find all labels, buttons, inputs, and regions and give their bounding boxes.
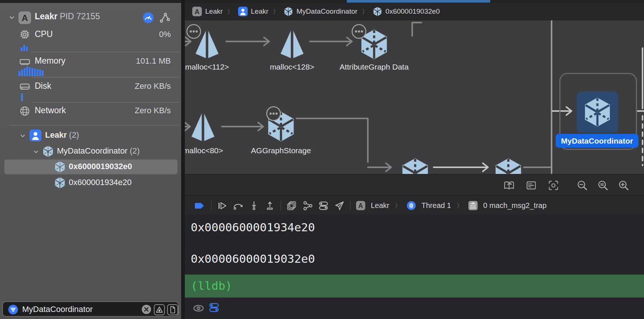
cube-icon (284, 7, 293, 16)
continue-button[interactable] (217, 201, 227, 211)
cube-icon (54, 177, 66, 189)
tree-label: 0x6000019032e0 (69, 162, 132, 171)
thread-icon (407, 201, 416, 210)
cpu-icon (19, 29, 30, 40)
step-out-button[interactable] (265, 201, 275, 211)
ellipsis-badge-icon[interactable] (351, 24, 367, 39)
breadcrumb-separator: 〉 (395, 201, 401, 210)
node-label: AGGraphStorage (237, 146, 325, 155)
debug-thread[interactable]: Thread 1 (421, 201, 451, 210)
xcode-window: Leakr PID 72155 CPU 0% Memory 101.1 MB (0, 0, 644, 319)
frame-icon (468, 201, 478, 210)
leaks-filter-button[interactable] (154, 304, 165, 315)
debug-bar: Leakr 〉 Thread 1 〉 0 mach_msg2_trap (185, 195, 644, 215)
quick-look-eye-icon[interactable] (193, 303, 204, 314)
top-scroll-indicator[interactable] (347, 0, 490, 3)
log-view-icon[interactable] (526, 180, 537, 191)
cpu-history-bars (21, 42, 28, 51)
window-top-edge (0, 0, 644, 3)
breadcrumb-separator: 〉 (273, 7, 279, 16)
divider (281, 201, 281, 211)
divider (31, 52, 180, 52)
breakpoints-toggle-button[interactable] (193, 201, 206, 211)
debug-console[interactable]: 0x0000600001934e20 0x00006000019032e0 (l… (185, 215, 644, 319)
gauge-value: 0% (159, 30, 171, 39)
jump-bar: Leakr 〉 Leakr 〉 MyDataCoordinator 〉 0x60… (185, 3, 644, 20)
cube-icon (373, 7, 382, 16)
chevron-down-icon[interactable] (33, 149, 40, 154)
console-output-line: 0x0000600001934e20 (191, 221, 315, 234)
debug-frame[interactable]: 0 mach_msg2_trap (483, 201, 546, 210)
zoom-actual-size-icon[interactable] (597, 180, 609, 191)
chevron-down-icon[interactable] (19, 133, 26, 138)
simulate-location-button[interactable] (334, 201, 345, 211)
gauge-row-network[interactable]: Network Zero KB/s (0, 104, 181, 118)
tree-row-instance-selected[interactable]: 0x6000019032e0 (0, 160, 181, 174)
graph-node-mydatacoordinator[interactable] (577, 91, 618, 132)
pane-divider[interactable] (181, 0, 185, 319)
file-filter-button[interactable] (167, 304, 178, 315)
person-icon (30, 130, 41, 141)
cube-icon (42, 145, 54, 157)
node-label: malloc<112> (185, 63, 251, 71)
lldb-prompt: (lldb) (191, 279, 232, 292)
environment-overrides-button[interactable] (318, 201, 329, 211)
memory-graph-indicator-icon[interactable] (159, 12, 170, 23)
gauge-row-disk[interactable]: Disk Zero KB/s (0, 79, 181, 94)
step-over-button[interactable] (233, 201, 243, 211)
gauge-row-cpu[interactable]: CPU 0% (0, 27, 181, 42)
focus-selected-icon[interactable] (548, 180, 559, 191)
console-bottom-bar (185, 298, 644, 319)
breadcrumb-separator: 〉 (362, 7, 368, 16)
process-header-row[interactable]: Leakr PID 72155 (0, 10, 181, 24)
gauge-label: Network (35, 105, 66, 115)
person-icon (238, 7, 248, 16)
memory-graph-canvas[interactable]: malloc<112> malloc<128> AttributeGraph D… (185, 20, 644, 174)
pyramid-icon (187, 111, 218, 143)
step-into-button[interactable] (249, 201, 259, 211)
ellipsis-badge-icon[interactable] (186, 24, 201, 39)
zoom-out-icon[interactable] (577, 180, 588, 191)
tree-row-process[interactable]: Leakr (2) (0, 128, 181, 143)
jumpbar-item-type[interactable]: MyDataCoordinator (296, 7, 357, 16)
legend-book-icon[interactable] (504, 180, 515, 191)
performance-gauge-icon[interactable] (143, 12, 154, 23)
filter-input[interactable]: MyDataCoordinator (22, 305, 93, 314)
console-filter-toggle-icon[interactable] (209, 302, 220, 313)
network-icon (19, 105, 30, 117)
pyramid-icon (277, 28, 308, 60)
filter-icon[interactable] (8, 305, 18, 315)
chevron-down-icon[interactable] (8, 15, 16, 20)
breadcrumb-separator: 〉 (227, 7, 234, 16)
ellipsis-badge-icon[interactable] (266, 106, 281, 121)
clear-filter-icon[interactable] (141, 304, 152, 315)
tree-label: MyDataCoordinator (2) (57, 146, 140, 156)
selected-node-label[interactable]: MyDataCoordinator (556, 134, 638, 148)
tree-row-type[interactable]: MyDataCoordinator (2) (0, 144, 181, 159)
jumpbar-item-process[interactable]: Leakr (205, 7, 223, 16)
lldb-prompt-row[interactable]: (lldb) (185, 275, 644, 298)
zoom-in-icon[interactable] (618, 180, 629, 191)
cube-icon[interactable] (493, 157, 524, 174)
view-hierarchy-button[interactable] (287, 201, 297, 211)
document-icon (169, 306, 176, 313)
graph-toolbar (185, 174, 644, 195)
process-pid: PID 72155 (60, 11, 100, 21)
disk-icon (19, 81, 30, 92)
app-icon (18, 11, 31, 24)
gauge-value: Zero KB/s (135, 81, 171, 91)
gauge-value: 101.1 MB (136, 56, 171, 66)
jumpbar-item-instance[interactable]: 0x6000019032e0 (386, 7, 440, 16)
filter-bar[interactable]: MyDataCoordinator (2, 301, 179, 317)
memory-graph-button[interactable] (302, 201, 313, 211)
debug-process[interactable]: Leakr (371, 201, 389, 210)
jumpbar-item-user[interactable]: Leakr (251, 7, 269, 16)
process-name: Leakr PID 72155 (35, 11, 100, 21)
divider (10, 125, 180, 125)
app-icon (356, 201, 365, 210)
tree-row-instance[interactable]: 0x600001934e20 (0, 175, 181, 190)
gauge-label: Memory (35, 56, 65, 66)
divider (211, 201, 211, 211)
node-label: AttributeGraph Data (330, 63, 418, 71)
cube-icon[interactable] (400, 157, 431, 174)
